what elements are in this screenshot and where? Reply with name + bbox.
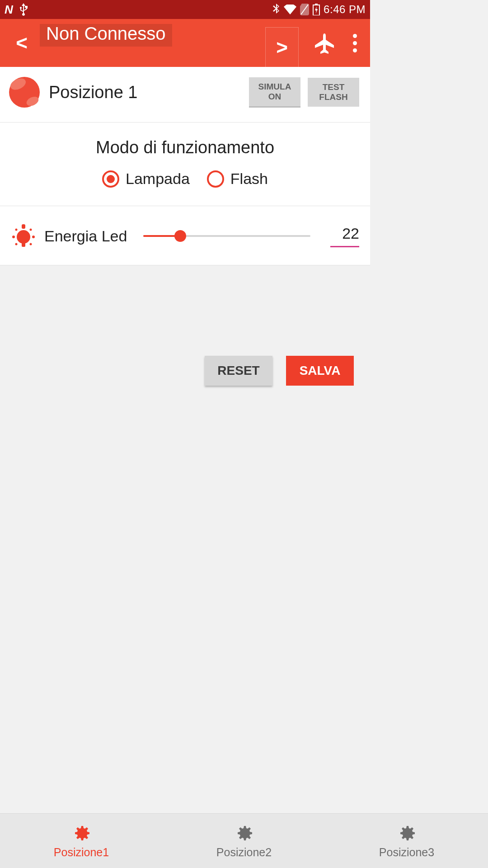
bulb-icon (11, 223, 36, 249)
nav-prev-button[interactable]: < (4, 32, 40, 54)
svg-point-11 (15, 229, 18, 231)
airplane-icon[interactable] (309, 27, 340, 59)
simulate-button[interactable]: SIMULA ON (249, 77, 300, 108)
radio-flash[interactable]: Flash (207, 170, 268, 188)
save-button[interactable]: SALVA (286, 356, 354, 386)
battery-charging-icon (313, 4, 320, 15)
nav-next-button[interactable]: > (265, 27, 299, 67)
mode-section: Modo di funzionamento Lampada Flash (0, 122, 370, 206)
mode-title: Modo di funzionamento (0, 138, 370, 157)
usb-icon (19, 3, 28, 16)
position-ball-icon (8, 76, 41, 108)
app-bar: < Non Connesso > (0, 19, 370, 67)
energy-section: Energia Led 22 (0, 206, 370, 265)
svg-point-13 (15, 243, 18, 245)
radio-lamp[interactable]: Lampada (102, 170, 190, 188)
radio-lamp-label: Lampada (126, 170, 190, 188)
overflow-menu-icon[interactable] (346, 34, 364, 52)
energy-label: Energia Led (44, 227, 127, 245)
position-header: Posizione 1 SIMULA ON TEST FLASH (0, 67, 370, 122)
svg-point-9 (12, 236, 15, 238)
reset-button[interactable]: RESET (205, 356, 272, 386)
energy-slider[interactable] (143, 229, 310, 243)
radio-flash-label: Flash (230, 170, 268, 188)
no-sim-icon (300, 4, 309, 15)
radio-unselected-icon (207, 170, 224, 188)
android-status-bar: N 6:46 PM (0, 0, 370, 19)
slider-thumb[interactable] (174, 230, 186, 242)
android-n-icon: N (5, 3, 13, 17)
wifi-icon (284, 5, 296, 14)
position-title: Posizione 1 (49, 83, 242, 102)
svg-point-10 (32, 236, 35, 238)
svg-point-14 (30, 243, 32, 245)
bluetooth-icon (273, 4, 280, 15)
status-time: 6:46 PM (324, 3, 366, 16)
connection-status: Non Connesso (40, 24, 172, 47)
radio-selected-icon (102, 170, 119, 188)
svg-rect-8 (22, 242, 25, 247)
svg-point-12 (30, 229, 32, 231)
svg-rect-6 (22, 224, 25, 229)
test-flash-button[interactable]: TEST FLASH (308, 78, 359, 107)
energy-value-input[interactable]: 22 (330, 225, 359, 247)
svg-point-7 (17, 230, 30, 244)
